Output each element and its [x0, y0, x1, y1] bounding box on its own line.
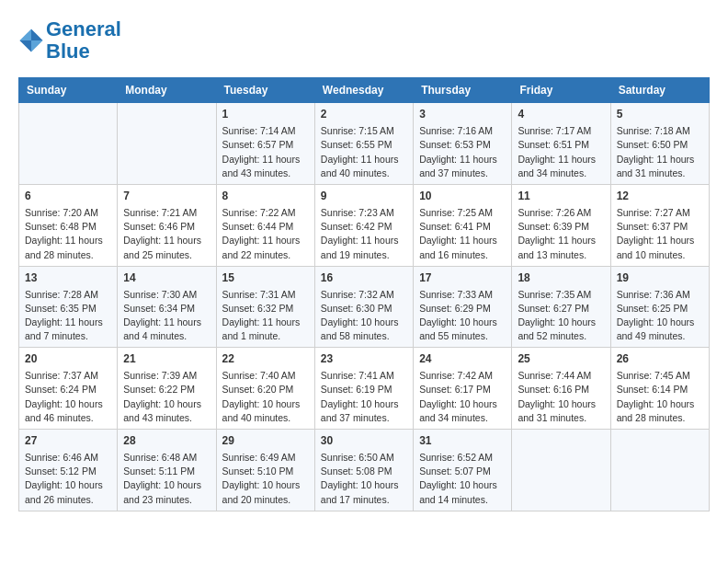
calendar-cell: 5Sunrise: 7:18 AM Sunset: 6:50 PM Daylig…	[610, 103, 709, 185]
calendar-cell: 18Sunrise: 7:35 AM Sunset: 6:27 PM Dayli…	[512, 266, 610, 348]
day-number: 31	[419, 433, 506, 449]
day-number: 19	[617, 270, 703, 286]
calendar-cell: 26Sunrise: 7:45 AM Sunset: 6:14 PM Dayli…	[610, 348, 709, 430]
calendar-cell: 3Sunrise: 7:16 AM Sunset: 6:53 PM Daylig…	[414, 103, 512, 185]
week-row-2: 6Sunrise: 7:20 AM Sunset: 6:48 PM Daylig…	[19, 185, 710, 267]
calendar-cell: 24Sunrise: 7:42 AM Sunset: 6:17 PM Dayli…	[414, 348, 512, 430]
day-number: 16	[321, 270, 407, 286]
calendar-cell: 30Sunrise: 6:50 AM Sunset: 5:08 PM Dayli…	[314, 430, 413, 511]
day-info: Sunrise: 7:45 AM Sunset: 6:14 PM Dayligh…	[617, 369, 703, 425]
week-row-5: 27Sunrise: 6:46 AM Sunset: 5:12 PM Dayli…	[19, 430, 710, 511]
day-info: Sunrise: 7:30 AM Sunset: 6:34 PM Dayligh…	[123, 288, 210, 344]
day-number: 13	[25, 270, 111, 286]
day-info: Sunrise: 7:26 AM Sunset: 6:39 PM Dayligh…	[518, 206, 604, 262]
day-info: Sunrise: 7:16 AM Sunset: 6:53 PM Dayligh…	[419, 124, 506, 180]
day-info: Sunrise: 7:28 AM Sunset: 6:35 PM Dayligh…	[25, 288, 111, 344]
day-info: Sunrise: 7:31 AM Sunset: 6:32 PM Dayligh…	[222, 288, 309, 344]
logo-icon	[18, 28, 44, 53]
calendar-cell: 19Sunrise: 7:36 AM Sunset: 6:25 PM Dayli…	[610, 266, 709, 348]
calendar-cell: 1Sunrise: 7:14 AM Sunset: 6:57 PM Daylig…	[216, 103, 314, 185]
logo-text: General Blue	[46, 18, 121, 63]
calendar-cell: 8Sunrise: 7:22 AM Sunset: 6:44 PM Daylig…	[216, 185, 314, 267]
day-info: Sunrise: 7:40 AM Sunset: 6:20 PM Dayligh…	[222, 369, 309, 425]
day-number: 11	[518, 189, 604, 204]
day-number: 30	[321, 433, 407, 449]
week-row-1: 1Sunrise: 7:14 AM Sunset: 6:57 PM Daylig…	[19, 103, 710, 185]
day-info: Sunrise: 6:49 AM Sunset: 5:10 PM Dayligh…	[222, 451, 309, 507]
day-info: Sunrise: 7:14 AM Sunset: 6:57 PM Dayligh…	[222, 124, 309, 180]
calendar-cell: 21Sunrise: 7:39 AM Sunset: 6:22 PM Dayli…	[118, 348, 216, 430]
day-info: Sunrise: 7:18 AM Sunset: 6:50 PM Dayligh…	[617, 124, 703, 180]
day-number: 18	[518, 270, 604, 286]
day-number: 15	[222, 270, 309, 286]
header-cell-thursday: Thursday	[414, 78, 512, 103]
calendar-cell: 14Sunrise: 7:30 AM Sunset: 6:34 PM Dayli…	[118, 266, 216, 348]
day-number: 1	[222, 107, 309, 122]
day-info: Sunrise: 7:23 AM Sunset: 6:42 PM Dayligh…	[321, 206, 407, 262]
day-number: 20	[25, 351, 111, 367]
calendar-cell: 20Sunrise: 7:37 AM Sunset: 6:24 PM Dayli…	[19, 348, 118, 430]
day-number: 26	[617, 351, 703, 367]
calendar-cell: 7Sunrise: 7:21 AM Sunset: 6:46 PM Daylig…	[118, 185, 216, 267]
day-info: Sunrise: 7:44 AM Sunset: 6:16 PM Dayligh…	[518, 369, 604, 425]
day-number: 21	[123, 351, 210, 367]
day-info: Sunrise: 7:33 AM Sunset: 6:29 PM Dayligh…	[419, 288, 506, 344]
day-info: Sunrise: 7:36 AM Sunset: 6:25 PM Dayligh…	[617, 288, 703, 344]
day-info: Sunrise: 7:20 AM Sunset: 6:48 PM Dayligh…	[25, 206, 111, 262]
calendar-cell: 4Sunrise: 7:17 AM Sunset: 6:51 PM Daylig…	[512, 103, 610, 185]
calendar-cell: 10Sunrise: 7:25 AM Sunset: 6:41 PM Dayli…	[414, 185, 512, 267]
calendar-cell: 28Sunrise: 6:48 AM Sunset: 5:11 PM Dayli…	[118, 430, 216, 511]
page-header: General Blue	[18, 18, 710, 63]
header-cell-monday: Monday	[118, 78, 216, 103]
day-info: Sunrise: 7:35 AM Sunset: 6:27 PM Dayligh…	[518, 288, 604, 344]
day-info: Sunrise: 6:50 AM Sunset: 5:08 PM Dayligh…	[321, 451, 407, 507]
day-info: Sunrise: 7:41 AM Sunset: 6:19 PM Dayligh…	[321, 369, 407, 425]
day-number: 28	[123, 433, 210, 449]
week-row-4: 20Sunrise: 7:37 AM Sunset: 6:24 PM Dayli…	[19, 348, 710, 430]
calendar-header: SundayMondayTuesdayWednesdayThursdayFrid…	[19, 78, 710, 103]
day-info: Sunrise: 7:32 AM Sunset: 6:30 PM Dayligh…	[321, 288, 407, 344]
calendar-table: SundayMondayTuesdayWednesdayThursdayFrid…	[18, 77, 710, 511]
calendar-cell: 25Sunrise: 7:44 AM Sunset: 6:16 PM Dayli…	[512, 348, 610, 430]
svg-marker-0	[31, 29, 43, 41]
calendar-cell: 9Sunrise: 7:23 AM Sunset: 6:42 PM Daylig…	[314, 185, 413, 267]
day-number: 3	[419, 107, 506, 122]
day-number: 7	[123, 189, 210, 204]
day-number: 14	[123, 270, 210, 286]
calendar-cell: 23Sunrise: 7:41 AM Sunset: 6:19 PM Dayli…	[314, 348, 413, 430]
calendar-cell: 6Sunrise: 7:20 AM Sunset: 6:48 PM Daylig…	[19, 185, 118, 267]
svg-marker-1	[19, 29, 31, 41]
day-number: 22	[222, 351, 309, 367]
calendar-cell: 2Sunrise: 7:15 AM Sunset: 6:55 PM Daylig…	[314, 103, 413, 185]
calendar-cell	[512, 430, 610, 511]
day-number: 23	[321, 351, 407, 367]
day-info: Sunrise: 6:52 AM Sunset: 5:07 PM Dayligh…	[419, 451, 506, 507]
day-number: 12	[617, 189, 703, 204]
logo: General Blue	[18, 18, 121, 63]
day-number: 25	[518, 351, 604, 367]
calendar-cell: 15Sunrise: 7:31 AM Sunset: 6:32 PM Dayli…	[216, 266, 314, 348]
calendar-cell: 12Sunrise: 7:27 AM Sunset: 6:37 PM Dayli…	[610, 185, 709, 267]
day-number: 2	[321, 107, 407, 122]
svg-marker-3	[19, 40, 31, 52]
calendar-body: 1Sunrise: 7:14 AM Sunset: 6:57 PM Daylig…	[19, 103, 710, 511]
day-info: Sunrise: 6:46 AM Sunset: 5:12 PM Dayligh…	[25, 451, 111, 507]
day-number: 27	[25, 433, 111, 449]
header-row: SundayMondayTuesdayWednesdayThursdayFrid…	[19, 78, 710, 103]
day-number: 24	[419, 351, 506, 367]
day-info: Sunrise: 7:22 AM Sunset: 6:44 PM Dayligh…	[222, 206, 309, 262]
day-info: Sunrise: 6:48 AM Sunset: 5:11 PM Dayligh…	[123, 451, 210, 507]
calendar-cell	[118, 103, 216, 185]
day-number: 6	[25, 189, 111, 204]
day-number: 4	[518, 107, 604, 122]
day-info: Sunrise: 7:27 AM Sunset: 6:37 PM Dayligh…	[617, 206, 703, 262]
day-number: 8	[222, 189, 309, 204]
header-cell-wednesday: Wednesday	[314, 78, 413, 103]
day-info: Sunrise: 7:39 AM Sunset: 6:22 PM Dayligh…	[123, 369, 210, 425]
calendar-cell: 16Sunrise: 7:32 AM Sunset: 6:30 PM Dayli…	[314, 266, 413, 348]
svg-marker-2	[31, 40, 43, 52]
day-number: 17	[419, 270, 506, 286]
header-cell-tuesday: Tuesday	[216, 78, 314, 103]
calendar-cell	[610, 430, 709, 511]
calendar-cell: 29Sunrise: 6:49 AM Sunset: 5:10 PM Dayli…	[216, 430, 314, 511]
